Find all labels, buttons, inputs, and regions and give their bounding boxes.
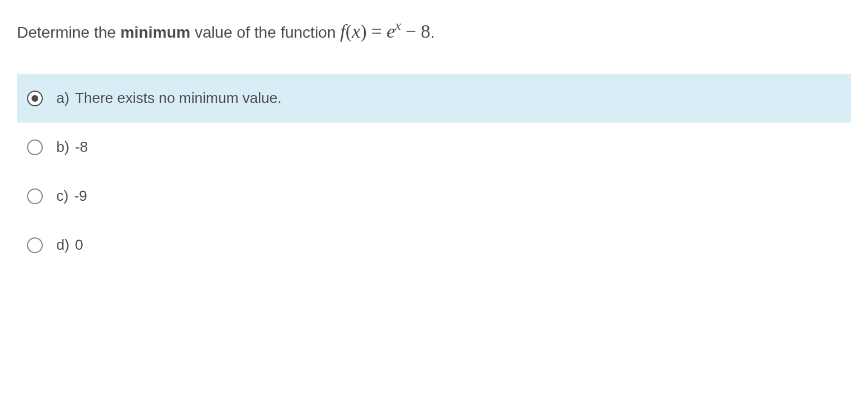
option-letter: b) (56, 138, 69, 156)
math-lparen: ( (346, 21, 352, 42)
question-prefix: Determine the (17, 24, 120, 41)
option-text: There exists no minimum value. (75, 89, 281, 107)
radio-c[interactable] (27, 188, 43, 204)
option-c-label: c) -9 (56, 187, 87, 205)
option-letter: a) (56, 89, 69, 107)
option-a-label: a) There exists no minimum value. (56, 89, 281, 107)
option-c[interactable]: c) -9 (17, 172, 851, 220)
radio-a[interactable] (27, 91, 43, 106)
option-a[interactable]: a) There exists no minimum value. (17, 74, 851, 123)
question-suffix: . (431, 24, 435, 41)
math-rparen: ) (360, 21, 366, 42)
question-text: Determine the minimum value of the funct… (17, 17, 851, 46)
math-expression: f(x)=ex−8 (340, 21, 430, 42)
radio-b[interactable] (27, 140, 43, 155)
option-d[interactable]: d) 0 (17, 220, 851, 269)
option-text: -9 (74, 187, 87, 205)
math-equals: = (372, 21, 382, 42)
math-f: f (340, 21, 345, 42)
option-text: -8 (75, 138, 88, 156)
math-minus: − (405, 21, 416, 42)
radio-d[interactable] (27, 237, 43, 253)
question-middle: value of the function (190, 24, 340, 41)
option-text: 0 (75, 236, 83, 254)
option-b[interactable]: b) -8 (17, 123, 851, 172)
option-letter: d) (56, 236, 69, 254)
option-d-label: d) 0 (56, 236, 83, 254)
options-list: a) There exists no minimum value. b) -8 … (17, 74, 851, 269)
question-emphasis: minimum (120, 24, 190, 41)
option-b-label: b) -8 (56, 138, 88, 156)
radio-dot-icon (32, 95, 38, 102)
option-letter: c) (56, 187, 69, 205)
math-x: x (352, 21, 360, 42)
math-const: 8 (421, 21, 431, 42)
math-exp: x (395, 18, 401, 33)
math-e: e (387, 21, 395, 42)
